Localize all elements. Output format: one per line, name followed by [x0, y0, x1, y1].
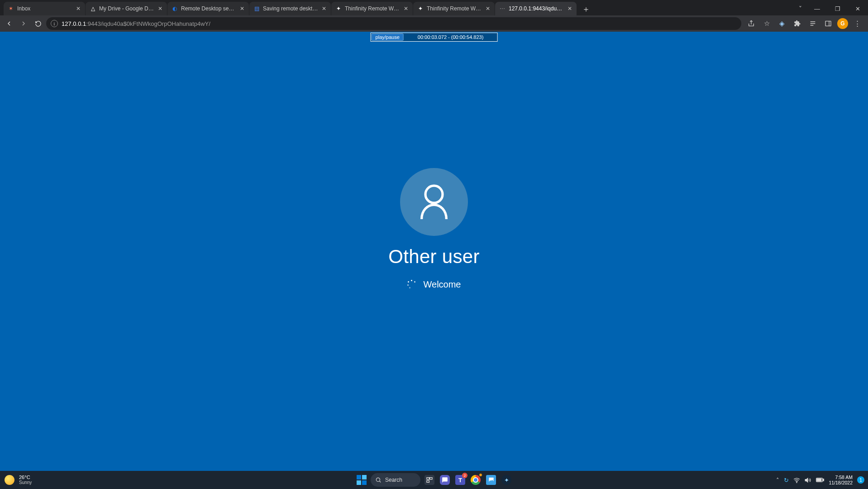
taskbar-app-unknown[interactable]: ✦ [500, 474, 513, 486]
svg-point-3 [376, 478, 380, 481]
weather-temp: 26°C [19, 475, 32, 480]
extensions-puzzle-icon[interactable] [791, 17, 804, 30]
omnibox[interactable]: i 127.0.0.1:9443/iqdu40a$0kFtNWkogOrpOHa… [46, 17, 741, 30]
browser-tab[interactable]: ✦Thinfinity Remote Workspace✕ [331, 2, 413, 15]
user-avatar-icon [400, 168, 468, 236]
close-window-button[interactable]: ✕ [848, 2, 868, 15]
tab-favicon-icon: △ [89, 5, 96, 12]
teams-badge: 2 [462, 473, 467, 478]
taskbar-photos[interactable] [485, 474, 497, 486]
browser-viewport: play/pause 00:00:03.072 - (00:00:54.823)… [0, 32, 868, 471]
weather-condition: Sunny [19, 480, 32, 485]
tab-favicon-icon: ▤ [253, 5, 260, 12]
clock-time: 7:58 AM [829, 475, 853, 480]
maximize-button[interactable]: ❐ [827, 2, 848, 15]
browser-tab[interactable]: ✦Thinfinity Remote Workspace -✕ [413, 2, 495, 15]
window-controls: ˅ ― ❐ ✕ [793, 2, 868, 15]
bookmark-star-icon[interactable]: ☆ [760, 17, 773, 30]
share-icon[interactable] [745, 17, 758, 30]
svg-rect-9 [823, 479, 824, 481]
tab-title: 127.0.0.1:9443/iqdu40a$0kFtNW [509, 5, 564, 12]
tray-volume-icon[interactable] [805, 477, 811, 484]
svg-rect-5 [430, 478, 432, 479]
loading-spinner-icon [407, 280, 416, 289]
svg-rect-10 [817, 479, 822, 481]
taskbar-teams[interactable]: T 2 [454, 474, 467, 486]
tab-favicon-icon: ✦ [417, 5, 424, 12]
svg-point-2 [425, 186, 443, 203]
taskbar-chat[interactable] [439, 474, 451, 486]
login-message: Welcome [424, 279, 461, 290]
remote-login-screen: Other user Welcome [0, 32, 868, 471]
taskbar-chrome[interactable] [469, 474, 482, 486]
tab-title: Inbox [17, 5, 72, 12]
tray-battery-icon[interactable] [816, 477, 824, 483]
taskbar-search-label: Search [385, 477, 402, 483]
minimize-button[interactable]: ― [807, 2, 827, 15]
tab-close-icon[interactable]: ✕ [75, 5, 81, 12]
tab-overflow-icon[interactable]: ˅ [793, 5, 807, 12]
profile-avatar[interactable]: G [837, 18, 848, 29]
browser-toolbar: i 127.0.0.1:9443/iqdu40a$0kFtNWkogOrpOHa… [0, 15, 868, 32]
tab-close-icon[interactable]: ✕ [157, 5, 163, 12]
tab-close-icon[interactable]: ✕ [403, 5, 409, 12]
tab-close-icon[interactable]: ✕ [485, 5, 491, 12]
tray-sync-icon[interactable]: ↻ [784, 477, 789, 484]
taskbar-clock[interactable]: 7:58 AM 11/18/2022 [829, 475, 853, 485]
tab-title: Saving remote desktop sessions [263, 5, 318, 12]
taskbar-search[interactable]: Search [371, 473, 420, 487]
url-text: 127.0.0.1:9443/iqdu40a$0kFtNWkogOrpOHahu… [62, 20, 210, 27]
tab-favicon-icon: ◐ [171, 5, 178, 12]
tab-title: Thinfinity Remote Workspace [345, 5, 400, 12]
tab-title: My Drive - Google Drive [99, 5, 154, 12]
tab-close-icon[interactable]: ✕ [321, 5, 327, 12]
start-button[interactable] [355, 474, 368, 486]
extension-diamond-icon[interactable]: ◈ [776, 17, 788, 30]
browser-tab[interactable]: △My Drive - Google Drive✕ [86, 2, 167, 15]
browser-tab[interactable]: ⋯127.0.0.1:9443/iqdu40a$0kFtNW✕ [495, 2, 577, 15]
nav-forward-button[interactable] [17, 17, 30, 30]
tab-favicon-icon: ✦ [335, 5, 342, 12]
login-title: Other user [388, 246, 479, 268]
tab-title: Thinfinity Remote Workspace - [427, 5, 482, 12]
tray-overflow-icon[interactable]: ˄ [776, 477, 779, 484]
svg-rect-4 [427, 478, 429, 479]
browser-tab[interactable]: ✶Inbox✕ [4, 2, 85, 15]
tab-favicon-icon: ✶ [7, 5, 14, 12]
browser-tab[interactable]: ▤Saving remote desktop sessions✕ [249, 2, 331, 15]
chrome-window: ✶Inbox✕△My Drive - Google Drive✕◐Remote … [0, 0, 868, 471]
search-icon [375, 477, 382, 483]
tab-close-icon[interactable]: ✕ [239, 5, 245, 12]
new-tab-button[interactable]: ＋ [580, 3, 592, 15]
nav-reload-button[interactable] [32, 17, 44, 30]
tab-favicon-icon: ⋯ [499, 5, 506, 12]
windows-taskbar: 26°C Sunny Search T 2 [0, 471, 868, 489]
tab-close-icon[interactable]: ✕ [567, 5, 573, 12]
taskbar-task-view[interactable] [423, 474, 436, 486]
svg-rect-6 [427, 480, 429, 482]
tab-strip: ✶Inbox✕△My Drive - Google Drive✕◐Remote … [0, 0, 868, 15]
tab-title: Remote Desktop session record [181, 5, 236, 12]
side-panel-icon[interactable] [822, 17, 835, 30]
svg-rect-0 [825, 21, 831, 26]
clock-date: 11/18/2022 [829, 480, 853, 485]
browser-tab[interactable]: ◐Remote Desktop session record✕ [167, 2, 249, 15]
tray-wifi-icon[interactable] [793, 477, 800, 484]
nav-back-button[interactable] [3, 17, 15, 30]
svg-point-7 [796, 482, 797, 482]
chrome-notification-dot [479, 473, 482, 477]
notification-center-button[interactable]: 1 [857, 476, 864, 484]
reading-list-icon[interactable] [806, 17, 819, 30]
weather-sun-icon [5, 475, 14, 485]
taskbar-weather-widget[interactable]: 26°C Sunny [0, 475, 32, 485]
site-info-icon[interactable]: i [51, 20, 58, 27]
chrome-menu-icon[interactable]: ⋮ [851, 17, 863, 30]
